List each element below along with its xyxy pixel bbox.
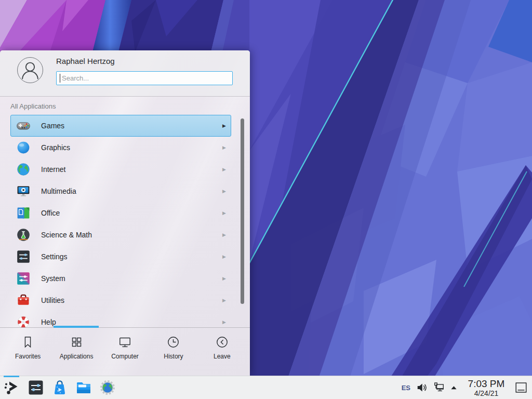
category-row-office[interactable]: Office <box>10 202 231 224</box>
settings-sliders-icon <box>28 379 44 396</box>
clock-date: 4/24/21 <box>464 390 508 397</box>
tab-applications[interactable]: Applications <box>52 328 100 376</box>
multimedia-icon <box>16 184 31 198</box>
applications-list: Games Graphics Internet Multimedia Offic… <box>10 115 231 327</box>
tab-leave[interactable]: Leave <box>198 328 246 376</box>
toolbox-icon <box>16 293 31 308</box>
bookmark-icon <box>21 335 35 349</box>
category-row-multimedia[interactable]: Multimedia <box>10 180 231 202</box>
category-label: Settings <box>41 252 68 261</box>
tab-label: Applications <box>60 353 94 360</box>
tab-computer[interactable]: Computer <box>101 328 149 376</box>
taskbar-icon-web-browser[interactable] <box>99 379 116 396</box>
user-name: Raphael Hertzog <box>56 57 115 65</box>
category-row-graphics[interactable]: Graphics <box>10 137 231 158</box>
application-launcher-button[interactable] <box>4 379 20 396</box>
science-flask-icon <box>16 228 31 242</box>
tray-network[interactable] <box>433 381 445 394</box>
tab-label: History <box>164 353 183 360</box>
tab-label: Leave <box>214 353 231 360</box>
leave-back-icon <box>215 335 229 349</box>
search-field-wrap <box>56 71 233 85</box>
history-clock-icon <box>166 335 180 349</box>
category-label: Utilities <box>41 296 64 304</box>
chevron-right-icon <box>222 276 226 281</box>
volume-icon <box>416 381 428 394</box>
globe-icon <box>16 162 31 177</box>
clock-time: 7:03 PM <box>464 379 508 389</box>
tab-history[interactable]: History <box>149 328 197 376</box>
desktop: Raphael Hertzog All Applications Games G… <box>0 0 532 399</box>
kde-launcher-icon <box>4 379 20 396</box>
category-row-utilities[interactable]: Utilities <box>10 289 231 311</box>
lifebuoy-icon <box>16 315 31 327</box>
kickoff-menu: Raphael Hertzog All Applications Games G… <box>0 50 250 376</box>
system-sliders-icon <box>16 271 31 286</box>
computer-monitor-icon <box>118 335 132 349</box>
office-icon <box>16 206 31 220</box>
category-label: Office <box>41 209 60 217</box>
search-input[interactable] <box>56 71 233 85</box>
tab-label: Computer <box>111 353 139 360</box>
graphics-sphere-icon <box>16 140 31 155</box>
chevron-right-icon <box>222 167 226 172</box>
category-label: Multimedia <box>41 187 76 195</box>
category-row-help[interactable]: Help <box>10 311 231 327</box>
folder-icon <box>75 379 92 396</box>
network-icon <box>433 381 445 394</box>
category-label: Graphics <box>41 143 70 152</box>
tray-expand-tray[interactable] <box>450 384 458 392</box>
tab-favorites[interactable]: Favorites <box>4 328 52 376</box>
chevron-right-icon <box>222 320 226 325</box>
category-row-science-math[interactable]: Science & Math <box>10 224 231 246</box>
chevron-right-icon <box>222 189 226 194</box>
globe-gear-icon <box>99 379 116 396</box>
taskbar-icon-system-settings[interactable] <box>28 379 44 396</box>
user-icon <box>18 58 43 83</box>
all-applications-label: All Applications <box>10 102 56 110</box>
chevron-right-icon <box>222 124 226 128</box>
caret-up-icon <box>450 384 458 392</box>
tray-volume[interactable] <box>416 381 428 394</box>
category-row-games[interactable]: Games <box>10 115 231 137</box>
taskbar-icon-file-manager[interactable] <box>75 379 92 396</box>
taskbar-icon-discover[interactable] <box>51 379 68 396</box>
text-cursor <box>60 74 60 83</box>
category-row-internet[interactable]: Internet <box>10 158 231 180</box>
kickoff-header: Raphael Hertzog <box>0 50 250 97</box>
category-label: Games <box>41 122 64 130</box>
discover-bag-icon <box>51 379 68 396</box>
launcher-active-indicator <box>4 376 19 377</box>
chevron-right-icon <box>222 298 226 303</box>
kickoff-footer: Favorites Applications Computer History … <box>0 327 250 376</box>
show-desktop-button[interactable] <box>513 380 529 395</box>
taskbar: ES 7:03 PM 4/24/21 <box>0 376 532 399</box>
category-row-system[interactable]: System <box>10 268 231 289</box>
user-avatar[interactable] <box>17 57 43 83</box>
keyboard-layout-indicator[interactable]: ES <box>402 384 410 392</box>
system-tray: ES 7:03 PM 4/24/21 <box>402 379 532 397</box>
category-row-settings[interactable]: Settings <box>10 246 231 268</box>
category-label: Science & Math <box>41 231 92 239</box>
chevron-right-icon <box>222 255 226 259</box>
chevron-right-icon <box>222 233 226 237</box>
footer-tabs: Favorites Applications Computer History … <box>4 328 246 376</box>
digital-clock[interactable]: 7:03 PM 4/24/21 <box>464 379 508 397</box>
show-desktop-icon <box>514 381 528 394</box>
chevron-right-icon <box>222 145 226 150</box>
category-label: Internet <box>41 165 65 174</box>
gamepad-icon <box>16 118 31 133</box>
app-grid-icon <box>70 335 84 349</box>
category-label: System <box>41 274 65 283</box>
list-scrollbar-thumb[interactable] <box>241 118 244 304</box>
settings-sliders-icon <box>16 249 31 264</box>
chevron-right-icon <box>222 211 226 216</box>
tab-label: Favorites <box>15 353 41 360</box>
category-label: Help <box>41 318 56 326</box>
